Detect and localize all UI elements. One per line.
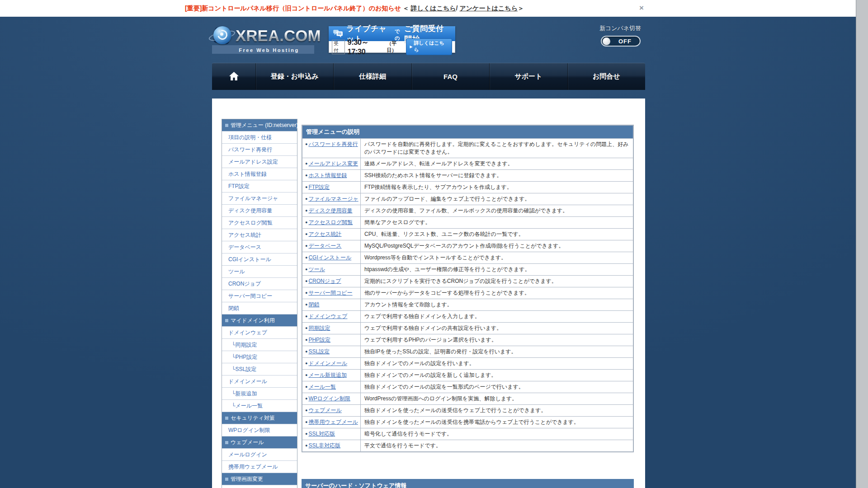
sidebar-item[interactable]: └新規追加 [222, 388, 297, 400]
menu-link[interactable]: 携帯用ウェブメール [308, 419, 358, 425]
sidebar-item[interactable]: メールアドレス設定 [222, 156, 297, 168]
menu-link[interactable]: SSL非対応版 [308, 442, 340, 449]
page-scrollbar[interactable] [856, 0, 868, 488]
sidebar-item[interactable]: CRONジョブ [222, 278, 297, 290]
menu-link[interactable]: ファイルマネージャ [308, 196, 358, 202]
sidebar-item[interactable]: アクセス統計 [222, 229, 297, 241]
menu-link[interactable]: アクセスログ閲覧 [308, 219, 353, 225]
sidebar-item[interactable]: データベース [222, 241, 297, 253]
sidebar-link[interactable]: ドメインウェブ [228, 329, 267, 337]
menu-link[interactable]: ドメインウェブ [308, 313, 347, 319]
sidebar-link[interactable]: 閉鎖 [228, 305, 239, 312]
menu-link[interactable]: ツール [308, 266, 325, 272]
xrea-swirl-icon [212, 25, 233, 46]
menu-link[interactable]: SSL対応版 [308, 431, 335, 437]
menu-link[interactable]: パスワードを再発行 [308, 141, 358, 147]
menu-link[interactable]: 閉鎖 [308, 301, 319, 308]
sidebar-item[interactable]: FTP設定 [222, 180, 297, 192]
sidebar-link[interactable]: └メール一覧 [231, 402, 263, 410]
menu-link[interactable]: ディスク使用容量 [308, 207, 352, 214]
sidebar-item[interactable]: 携帯用ウェブメール [222, 461, 297, 473]
sidebar-item[interactable]: ドメインウェブ [222, 327, 297, 339]
sidebar-link[interactable]: WPログイン制限 [228, 427, 270, 434]
sidebar-link[interactable]: ディスク使用容量 [228, 207, 272, 215]
menu-link[interactable]: アクセス統計 [308, 231, 341, 237]
sidebar-item[interactable]: アクセスログ閲覧 [222, 217, 297, 229]
notification-details-link[interactable]: 詳しくはこちら [411, 5, 456, 12]
sidebar-link[interactable]: └PHP設定 [231, 353, 257, 361]
sidebar-item[interactable]: └PHP設定 [222, 351, 297, 363]
sidebar-item[interactable]: └SSL設定 [222, 363, 297, 375]
sidebar-item[interactable]: ファイルマネージャ [222, 192, 297, 205]
close-icon[interactable]: × [635, 0, 648, 16]
sidebar-item[interactable]: └同期設定 [222, 339, 297, 351]
sidebar-item[interactable]: ホスト情報登録 [222, 168, 297, 180]
sidebar-link[interactable]: アクセスログ閲覧 [228, 219, 273, 227]
sidebar-item[interactable]: 閉鎖 [222, 302, 297, 314]
sidebar-link[interactable]: メールログイン [228, 451, 267, 459]
sidebar-link[interactable]: └同期設定 [231, 341, 257, 349]
sidebar-item[interactable]: メールログイン [222, 449, 297, 461]
menu-link[interactable]: SSL設定 [308, 348, 330, 355]
menu-link[interactable]: WPログイン制限 [308, 395, 350, 402]
sidebar-item[interactable]: └携帯版 [222, 485, 297, 488]
sidebar-item[interactable]: CGIインストール [222, 253, 297, 266]
sidebar-link[interactable]: CGIインストール [228, 256, 271, 263]
sidebar-item[interactable]: パスワード再発行 [222, 144, 297, 156]
sidebar-item[interactable]: 項目の説明・仕様 [222, 131, 297, 144]
menu-link[interactable]: 同期設定 [308, 325, 330, 331]
sidebar-link[interactable]: └新規追加 [231, 390, 257, 398]
menu-table-row: ●閉鎖アカウント情報を全て削除します。 [302, 299, 633, 310]
sidebar-link[interactable]: ドメインメール [228, 378, 267, 385]
toggle-state: OFF [610, 38, 640, 45]
menu-link[interactable]: CGIインストール [308, 254, 351, 261]
nav-item-specs[interactable]: 仕様詳細 [333, 63, 411, 90]
menu-link[interactable]: データベース [308, 243, 341, 249]
menu-table-row: ●サーバー間コピー他のサーバーからデータをコピーする処理を行うことができます。 [302, 287, 633, 299]
section-bullet-icon [225, 417, 228, 420]
sidebar-link[interactable]: FTP設定 [228, 183, 250, 190]
menu-link[interactable]: ウェブメール [308, 407, 341, 413]
nav-item-faq[interactable]: FAQ [411, 63, 489, 90]
bullet-icon: ● [305, 361, 307, 366]
sidebar-link[interactable]: パスワード再発行 [228, 146, 272, 154]
menu-description: 定期的にスクリプトを実行できるCRONジョブの設定を行うことができます。 [361, 276, 633, 287]
sidebar-item[interactable]: └メール一覧 [222, 400, 297, 412]
sidebar-item[interactable]: ドメインメール [222, 375, 297, 388]
menu-link[interactable]: メール新規追加 [308, 372, 347, 378]
menu-link[interactable]: CRONジョブ [308, 278, 341, 284]
nav-item-support[interactable]: サポート [489, 63, 567, 90]
sidebar-link[interactable]: 項目の説明・仕様 [228, 134, 272, 141]
menu-link[interactable]: サーバー間コピー [308, 290, 352, 296]
menu-link[interactable]: メールアドレス変更 [308, 160, 358, 167]
sidebar-item[interactable]: WPログイン制限 [222, 424, 297, 436]
menu-description: Wordpress等を自動でインストールすることができます。 [361, 252, 633, 263]
chat-details-button[interactable]: ▶ 詳しくはこちら [406, 38, 452, 55]
xrea-logo[interactable]: Free Web Hosting XREA.COM [212, 25, 314, 54]
menu-link[interactable]: ドメインメール [308, 360, 347, 366]
sidebar-link[interactable]: サーバー間コピー [228, 292, 272, 300]
sidebar-item[interactable]: ツール [222, 266, 297, 278]
notification-survey-link[interactable]: アンケートはこちら [459, 5, 518, 12]
sidebar-link[interactable]: ホスト情報登録 [228, 170, 267, 178]
sidebar-item[interactable]: ディスク使用容量 [222, 205, 297, 217]
menu-link[interactable]: FTP設定 [308, 184, 330, 190]
sidebar-link[interactable]: 携帯用ウェブメール [228, 463, 278, 471]
sidebar-link[interactable]: データベース [228, 244, 261, 251]
sidebar-link[interactable]: └SSL設定 [231, 366, 256, 373]
nav-home-button[interactable] [212, 63, 255, 90]
sidebar-section-label: 管理メニュー (ID:netserver) [231, 122, 298, 129]
sidebar-link[interactable]: ツール [228, 268, 245, 276]
nav-item-contact[interactable]: お問合せ [567, 63, 645, 90]
sidebar-link[interactable]: CRONジョブ [228, 280, 261, 288]
sidebar-item[interactable]: サーバー間コピー [222, 290, 297, 302]
menu-link[interactable]: メール一覧 [308, 384, 336, 390]
sidebar-link[interactable]: ファイルマネージャ [228, 195, 278, 202]
sidebar-link[interactable]: アクセス統計 [228, 231, 261, 239]
panel-switch-toggle[interactable]: OFF [601, 36, 641, 47]
link-separator: / [456, 5, 458, 12]
nav-item-signup[interactable]: 登録・お申込み [255, 63, 333, 90]
menu-link[interactable]: PHP設定 [308, 337, 330, 343]
sidebar-link[interactable]: メールアドレス設定 [228, 158, 278, 166]
menu-link[interactable]: ホスト情報登録 [308, 172, 347, 178]
